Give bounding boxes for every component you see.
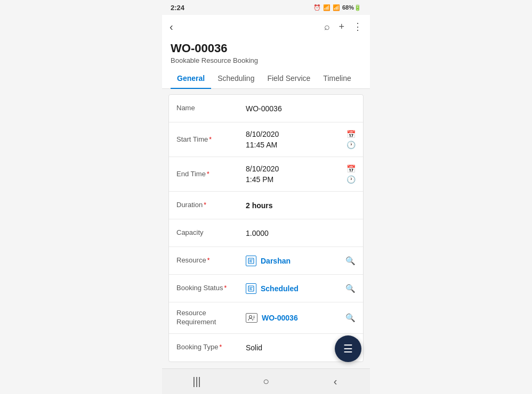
field-name-label: Name	[176, 104, 246, 113]
resource-required: *	[207, 257, 210, 264]
fab-icon: ☰	[343, 342, 353, 355]
field-booking-status-value[interactable]: Scheduled	[261, 284, 299, 293]
record-title: WO-00036	[171, 42, 361, 55]
phone-frame: 2:24 ⏰ 📶 📶 68%🔋 ‹ ⌕ + ⋮ WO-00036 Bookabl…	[162, 0, 370, 394]
field-duration-value-area: 2 hours	[246, 201, 356, 210]
field-booking-type-label: Booking Type*	[176, 343, 246, 352]
form-content: Name WO-00036 Start Time* 8/10/2020 📅	[162, 89, 370, 368]
record-subtitle: Bookable Resource Booking	[171, 56, 361, 64]
field-duration-value: 2 hours	[246, 201, 273, 210]
tab-scheduling[interactable]: Scheduling	[211, 69, 261, 89]
fab-button[interactable]: ☰	[335, 335, 361, 362]
field-name-value-area: WO-00036	[246, 104, 356, 113]
field-start-time-value-area: 8/10/2020 📅 11:45 AM 🕐	[246, 129, 356, 150]
nav-actions: ⌕ + ⋮	[324, 21, 362, 32]
field-capacity-row: Capacity 1.0000	[169, 219, 363, 247]
status-icons: ⏰ 📶 📶 68%🔋	[313, 4, 361, 11]
back-button[interactable]: ‹	[170, 21, 173, 33]
field-start-time-label: Start Time*	[176, 135, 246, 144]
field-resource-value-area: Darshan 🔍	[246, 256, 356, 266]
bottom-nav: ||| ○ ‹	[162, 368, 370, 394]
booking-type-required: *	[220, 343, 222, 351]
nav-bar: ‹ ⌕ + ⋮	[162, 15, 370, 38]
start-time-clock-icon[interactable]: 🕐	[346, 141, 356, 149]
bottom-nav-home[interactable]: ○	[250, 373, 282, 390]
field-resource-requirement-value-area: WO-00036 🔍	[246, 313, 356, 323]
add-button[interactable]: +	[338, 21, 344, 32]
booking-status-search-icon[interactable]: 🔍	[345, 284, 356, 293]
start-time-required: *	[209, 136, 212, 143]
resource-lookup-icon	[246, 256, 256, 266]
field-end-time-value-area: 8/10/2020 📅 1:45 PM 🕐	[246, 163, 356, 185]
start-time-value[interactable]: 11:45 AM	[246, 141, 277, 149]
end-time-value[interactable]: 1:45 PM	[246, 175, 273, 184]
field-resource-requirement-value[interactable]: WO-00036	[262, 314, 298, 322]
booking-status-required: *	[224, 284, 227, 292]
field-end-time-label: End Time*	[176, 170, 246, 179]
more-button[interactable]: ⋮	[353, 21, 362, 32]
field-start-time-row: Start Time* 8/10/2020 📅 11:45 AM 🕐	[169, 122, 363, 157]
field-resource-label: Resource*	[176, 256, 246, 265]
field-booking-status-value-area: Scheduled 🔍	[246, 283, 356, 294]
status-bar: 2:24 ⏰ 📶 📶 68%🔋	[162, 0, 370, 15]
start-date-calendar-icon[interactable]: 📅	[346, 130, 356, 138]
field-booking-status-row: Booking Status* Scheduled 🔍	[169, 275, 363, 302]
duration-required: *	[204, 201, 206, 209]
tab-timeline[interactable]: Timeline	[317, 69, 357, 89]
end-time-clock-icon[interactable]: 🕐	[346, 175, 356, 184]
clock: 2:24	[171, 4, 184, 12]
end-date-value[interactable]: 8/10/2020	[246, 165, 279, 173]
form-card: Name WO-00036 Start Time* 8/10/2020 📅	[168, 94, 364, 362]
booking-status-lookup-icon	[246, 283, 256, 294]
field-resource-requirement-label: Resource Requirement	[176, 309, 246, 327]
field-name-row: Name WO-00036	[169, 95, 363, 122]
field-resource-requirement-row: Resource Requirement WO-00036 🔍	[169, 302, 363, 334]
title-area: WO-00036 Bookable Resource Booking	[162, 38, 370, 64]
field-booking-type-row: Booking Type* Solid	[169, 334, 363, 362]
battery-icon: 68%🔋	[342, 4, 361, 11]
field-capacity-value: 1.0000	[246, 229, 269, 237]
tab-field-service[interactable]: Field Service	[261, 69, 317, 89]
field-resource-value[interactable]: Darshan	[261, 257, 291, 265]
end-date-calendar-icon[interactable]: 📅	[346, 165, 356, 173]
field-duration-row: Duration* 2 hours	[169, 192, 363, 219]
tab-general[interactable]: General	[171, 69, 211, 89]
field-capacity-value-area: 1.0000	[246, 229, 356, 237]
field-booking-type-value: Solid	[246, 343, 262, 352]
start-date-value[interactable]: 8/10/2020	[246, 130, 279, 138]
resource-search-icon[interactable]: 🔍	[345, 256, 356, 266]
alarm-icon: ⏰	[313, 4, 321, 11]
resource-requirement-search-icon[interactable]: 🔍	[345, 313, 356, 323]
end-time-required: *	[207, 170, 209, 178]
wifi-icon: 📶	[323, 4, 331, 11]
svg-point-2	[249, 315, 252, 318]
start-time-block: 8/10/2020 📅 11:45 AM 🕐	[246, 129, 356, 150]
field-resource-row: Resource* Darshan 🔍	[169, 247, 363, 275]
field-capacity-label: Capacity	[176, 228, 246, 237]
field-booking-status-label: Booking Status*	[176, 284, 246, 293]
field-end-time-row: End Time* 8/10/2020 📅 1:45 PM 🕐	[169, 157, 363, 192]
field-duration-label: Duration*	[176, 201, 246, 210]
tabs: General Scheduling Field Service Timelin…	[162, 69, 370, 89]
bottom-nav-menu[interactable]: |||	[181, 373, 213, 390]
signal-icon: 📶	[333, 4, 340, 11]
search-button[interactable]: ⌕	[324, 21, 330, 32]
end-time-block: 8/10/2020 📅 1:45 PM 🕐	[246, 163, 356, 185]
bottom-nav-back[interactable]: ‹	[319, 373, 351, 390]
resource-requirement-icon	[246, 313, 257, 323]
field-name-value: WO-00036	[246, 104, 282, 113]
